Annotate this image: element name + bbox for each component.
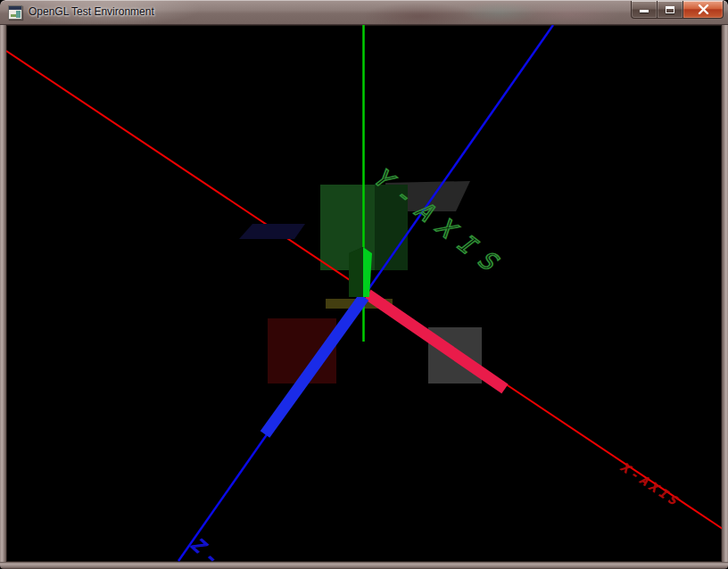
app-window: OpenGL Test Environment xyxy=(0,0,728,569)
window-title: OpenGL Test Environment xyxy=(29,5,154,18)
window-border-right xyxy=(722,25,728,562)
gl-viewport[interactable]: Y-AXIS Z-AXIS X-AXIS xyxy=(6,25,722,562)
maximize-button[interactable] xyxy=(658,1,683,19)
title-bar[interactable]: OpenGL Test Environment xyxy=(0,0,728,25)
window-border-left xyxy=(0,25,6,562)
window-border-bottom xyxy=(0,562,728,569)
navy-panel xyxy=(239,224,305,239)
gl-scene: Y-AXIS Z-AXIS X-AXIS xyxy=(6,25,722,562)
close-button[interactable] xyxy=(683,1,724,19)
z-axis-label: Z-AXIS xyxy=(186,536,284,562)
close-icon xyxy=(698,4,709,14)
x-axis-label: X-AXIS xyxy=(618,462,685,510)
window-controls xyxy=(631,1,724,19)
minimize-button[interactable] xyxy=(631,1,658,19)
icon-teal-block xyxy=(16,11,21,18)
y-axis-arrow-front-face xyxy=(363,247,372,297)
application-icon[interactable] xyxy=(8,5,22,20)
icon-titlebar-stripe xyxy=(9,6,21,10)
icon-green-block xyxy=(11,14,16,17)
minimize-icon xyxy=(640,10,649,12)
maximize-icon xyxy=(666,6,674,13)
y-axis-arrow-left-face xyxy=(349,247,363,297)
